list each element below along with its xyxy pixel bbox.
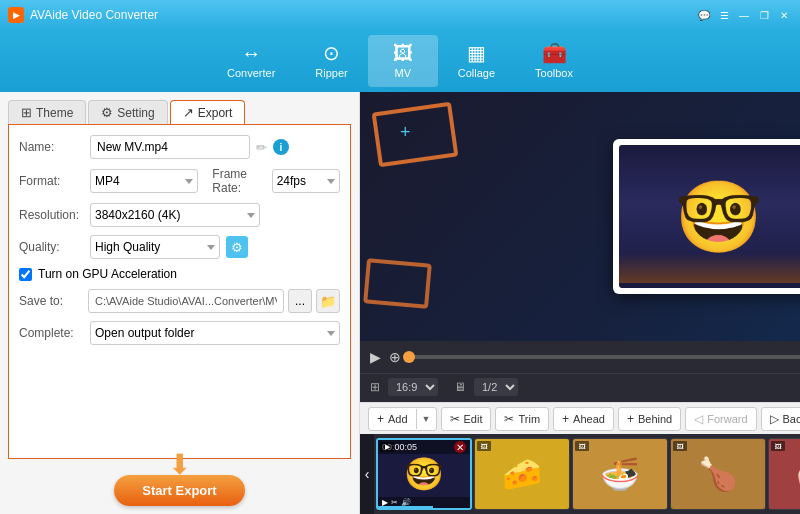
trim-button[interactable]: ✂ Trim: [495, 407, 549, 431]
plus-topleft: +: [400, 122, 411, 143]
filmstrip-prev-button[interactable]: ‹: [360, 434, 374, 514]
browse-dots-button[interactable]: ...: [288, 289, 312, 313]
resolution-select[interactable]: 3840x2160 (4K) 1920x1080 (1080p) 1280x72…: [90, 203, 260, 227]
add-label: Add: [388, 413, 408, 425]
chat-button[interactable]: 💬: [696, 7, 712, 23]
save-label: Save to:: [19, 294, 84, 308]
progress-bar[interactable]: [409, 355, 800, 359]
backward-label: Backward: [783, 413, 800, 425]
aspect-select[interactable]: 16:9 4:3 1:1: [388, 378, 438, 396]
minimize-button[interactable]: —: [736, 7, 752, 23]
ahead-button[interactable]: + Ahead: [553, 407, 614, 431]
export-button-area: ⬇ Start Export: [0, 459, 359, 514]
nav-tab-mv[interactable]: 🖼 MV: [368, 35, 438, 87]
gpu-label[interactable]: Turn on GPU Acceleration: [38, 267, 177, 281]
film-progress-1: [378, 506, 433, 508]
behind-label: Behind: [638, 413, 672, 425]
film-item-4[interactable]: 🍗 🖼: [670, 438, 766, 510]
quality-select[interactable]: High Quality Medium Quality Low Quality: [90, 235, 220, 259]
film-type-2: 🖼: [477, 441, 491, 451]
name-label: Name:: [19, 140, 84, 154]
character-shadow: [619, 253, 800, 283]
add-button-group: + Add ▼: [368, 407, 437, 431]
trim-icon: ✂: [504, 412, 514, 426]
edit-button[interactable]: ✂ Edit: [441, 407, 492, 431]
quality-row: Quality: High Quality Medium Quality Low…: [19, 235, 340, 259]
complete-select[interactable]: Open output folder Do nothing Shut down: [90, 321, 340, 345]
close-button[interactable]: ✕: [776, 7, 792, 23]
nav-tab-toolbox[interactable]: 🧰 Toolbox: [515, 35, 593, 87]
menu-button[interactable]: ☰: [716, 7, 732, 23]
film-item-5[interactable]: 🥩 🖼: [768, 438, 800, 510]
collage-icon: ▦: [467, 43, 486, 63]
info-icon[interactable]: i: [273, 139, 289, 155]
theme-tab[interactable]: ⊞ Theme: [8, 100, 86, 124]
setting-icon: ⚙: [101, 105, 113, 120]
behind-button[interactable]: + Behind: [618, 407, 681, 431]
window-controls: 💬 ☰ — ❐ ✕: [696, 7, 792, 23]
film-type-3: 🖼: [575, 441, 589, 451]
format-label: Format:: [19, 174, 84, 188]
app-icon: ▶: [8, 7, 24, 23]
ahead-icon: +: [562, 412, 569, 426]
collage-label: Collage: [458, 67, 495, 79]
film-item-1[interactable]: 🤓 00:00:05 ✕ ▶ ▶ ✂ 🔊: [376, 438, 472, 510]
gpu-checkbox[interactable]: [19, 268, 32, 281]
maximize-button[interactable]: ❐: [756, 7, 772, 23]
nav-tab-ripper[interactable]: ⊙ Ripper: [295, 35, 367, 87]
toolbox-label: Toolbox: [535, 67, 573, 79]
edit-label: Edit: [464, 413, 483, 425]
left-panel: ⊞ Theme ⚙ Setting ↗ Export Name: ✏ i: [0, 92, 360, 514]
video-preview: + + 🤓: [360, 92, 800, 341]
filmstrip-items: 🤓 00:00:05 ✕ ▶ ▶ ✂ 🔊 🧀 �: [374, 434, 800, 514]
converter-label: Converter: [227, 67, 275, 79]
backward-button[interactable]: ▷ Backward: [761, 407, 800, 431]
film-type-1: ▶: [380, 442, 394, 452]
complete-row: Complete: Open output folder Do nothing …: [19, 321, 340, 345]
preview-frame: 🤓: [613, 139, 800, 294]
nav-bar: ↔ Converter ⊙ Ripper 🖼 MV ▦ Collage 🧰 To…: [0, 30, 800, 92]
play-button[interactable]: ▶: [370, 349, 381, 365]
film-type-5: 🖼: [771, 441, 785, 451]
quality-settings-button[interactable]: ⚙: [226, 236, 248, 258]
add-main-button[interactable]: + Add: [369, 409, 417, 429]
toolbox-icon: 🧰: [542, 43, 567, 63]
film-item-3[interactable]: 🍜 🖼: [572, 438, 668, 510]
progress-thumb[interactable]: [403, 351, 415, 363]
save-path-input[interactable]: [88, 289, 284, 313]
film-item-2[interactable]: 🧀 🖼: [474, 438, 570, 510]
framerate-label: Frame Rate:: [212, 167, 265, 195]
forward-button[interactable]: ◁ Forward: [685, 407, 756, 431]
nav-tab-converter[interactable]: ↔ Converter: [207, 35, 295, 87]
trim-label: Trim: [518, 413, 540, 425]
format-select[interactable]: MP4 MKV AVI: [90, 169, 198, 193]
title-bar: ▶ AVAide Video Converter 💬 ☰ — ❐ ✕: [0, 0, 800, 30]
behind-icon: +: [627, 412, 634, 426]
ripper-icon: ⊙: [323, 43, 340, 63]
edit-icon[interactable]: ✏: [256, 140, 267, 155]
bottom-toolbar: + Add ▼ ✂ Edit ✂ Trim + Ahead + Behind: [360, 402, 800, 434]
fraction-select[interactable]: 1/2 1/1 1/4: [474, 378, 518, 396]
grid-icon: ⊞: [370, 380, 380, 394]
arrow-down-indicator: ⬇: [168, 451, 191, 479]
export-label: Export: [198, 106, 233, 120]
converter-icon: ↔: [241, 43, 261, 63]
nav-tab-collage[interactable]: ▦ Collage: [438, 35, 515, 87]
export-tab[interactable]: ↗ Export: [170, 100, 246, 124]
film-type-4: 🖼: [673, 441, 687, 451]
export-icon: ↗: [183, 105, 194, 120]
folder-button[interactable]: 📁: [316, 289, 340, 313]
framerate-select[interactable]: 24fps 30fps 60fps: [272, 169, 340, 193]
mv-icon: 🖼: [393, 43, 413, 63]
setting-label: Setting: [117, 106, 154, 120]
name-input[interactable]: [90, 135, 250, 159]
add-dropdown-arrow[interactable]: ▼: [417, 411, 436, 427]
add-icon: +: [377, 412, 384, 426]
forward-label: Forward: [707, 413, 747, 425]
film-close-1[interactable]: ✕: [454, 441, 466, 453]
setting-tab[interactable]: ⚙ Setting: [88, 100, 167, 124]
theme-icon: ⊞: [21, 105, 32, 120]
edit-icon: ✂: [450, 412, 460, 426]
character-area: 🤓: [619, 145, 800, 288]
stop-button[interactable]: ⊕: [389, 349, 401, 365]
